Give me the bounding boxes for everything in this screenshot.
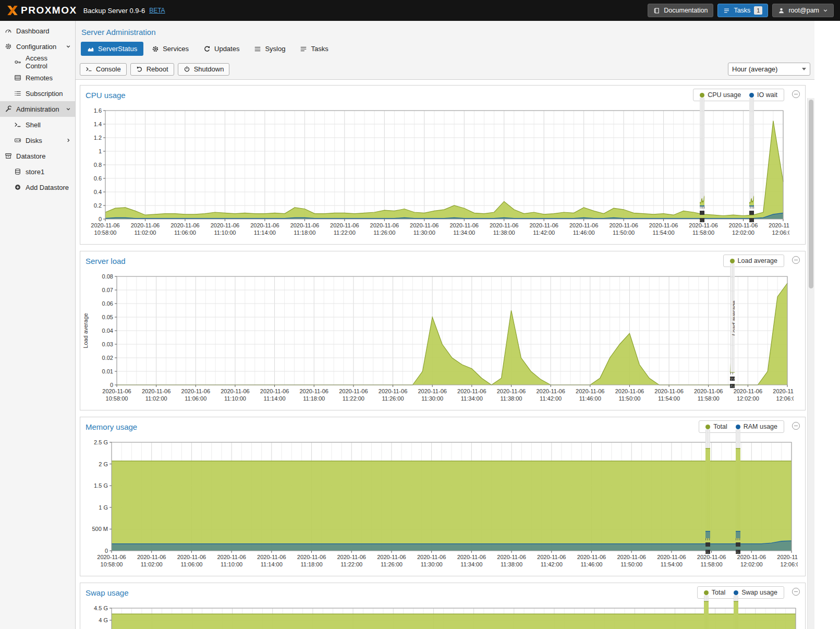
sidebar-item-subscription[interactable]: Subscription	[0, 86, 75, 101]
svg-text:2020-11-06: 2020-11-06	[297, 554, 326, 560]
legend-dot: 0500 M1 G1.5 G2 G2.5 G2020-11-0610:58:00…	[705, 425, 710, 429]
sidebar-item-access-control[interactable]: Access Control	[0, 54, 75, 70]
svg-text:2020-11-06: 2020-11-06	[211, 222, 239, 228]
user-menu-button[interactable]: root@pam	[772, 4, 834, 17]
svg-text:2020-11-06: 2020-11-06	[257, 554, 286, 560]
memory-usage-chart: 0500 M1 G1.5 G2 G2.5 G2020-11-0610:58:00…	[80, 436, 805, 576]
tab-bar: ServerStatus Services Updates	[76, 41, 814, 59]
tasks-count-badge: 1	[754, 6, 762, 15]
wrench-icon	[5, 105, 12, 113]
sidebar-item-store1[interactable]: store1	[0, 164, 75, 179]
scrollbar-thumb[interactable]	[809, 100, 813, 288]
collapse-arrow-icon[interactable]	[66, 106, 71, 112]
reboot-button[interactable]: Reboot	[130, 63, 174, 76]
legend-label: RAM usage	[744, 423, 777, 430]
svg-text:2020-11-06: 2020-11-06	[290, 222, 319, 228]
svg-text:2020-11-06: 2020-11-06	[537, 554, 566, 560]
documentation-label: Documentation	[664, 7, 708, 14]
collapse-panel-icon[interactable]	[792, 422, 800, 430]
svg-text:11:34:00: 11:34:00	[460, 561, 482, 567]
svg-text:2020-11-06: 2020-11-06	[705, 541, 710, 548]
svg-text:2020-11-06: 2020-11-06	[97, 554, 126, 560]
list-icon	[254, 45, 261, 53]
swap-usage-chart: 0500 M1 G1.5 G2 G2.5 G3 G3.5 G4 G4.5 G20…	[80, 602, 805, 629]
panel-title: Swap usage	[86, 588, 129, 597]
svg-text:2020-11-06: 2020-11-06	[529, 222, 558, 228]
sidebar-item-label: Disks	[26, 137, 42, 144]
tab-label: Tasks	[311, 45, 328, 53]
svg-text:11:06:00: 11:06:00	[185, 395, 206, 402]
tab-updates[interactable]: Updates	[197, 42, 246, 56]
sidebar-item-dashboard[interactable]: Dashboard	[0, 23, 75, 39]
gears-icon	[5, 43, 12, 50]
sidebar-item-label: Access Control	[26, 54, 70, 70]
svg-text:11:46:00: 11:46:00	[573, 229, 595, 236]
svg-text:11:42:00: 11:42:00	[541, 561, 563, 567]
svg-text:2020-11-06: 2020-11-06	[260, 388, 289, 394]
svg-text:2020-11-06: 2020-11-06	[417, 554, 446, 560]
collapse-arrow-icon[interactable]	[66, 44, 71, 49]
svg-text:2020-11-06: 2020-11-06	[450, 222, 479, 228]
legend-label: Total	[713, 423, 727, 430]
svg-text:2020-11-06: 2020-11-06	[736, 541, 740, 548]
tab-label: Syslog	[265, 45, 285, 53]
tab-tasks[interactable]: Tasks	[294, 42, 334, 56]
legend-label: Load average	[738, 257, 777, 264]
svg-text:11:42:00: 11:42:00	[533, 229, 555, 236]
charts-area: CPU usage 00.20.40.60.811.21.41.62020-11…	[76, 80, 814, 629]
documentation-button[interactable]: Documentation	[648, 4, 713, 17]
svg-text:2020-11-06: 2020-11-06	[410, 222, 439, 228]
svg-text:11:02:00: 11:02:00	[141, 561, 163, 567]
svg-text:11:22:00: 11:22:00	[340, 561, 362, 567]
expand-right-icon[interactable]	[66, 138, 71, 143]
legend-dot: 0500 M1 G1.5 G2 G2.5 G2020-11-0610:58:00…	[736, 425, 740, 429]
svg-text:2020-11-06: 2020-11-06	[694, 388, 723, 394]
svg-text:1.5 G: 1.5 G	[94, 482, 108, 489]
server-load-panel: Server load 00.010.020.030.040.050.060.0…	[80, 251, 806, 410]
range-select-value: Hour (average)	[732, 65, 777, 73]
svg-text:11:46:00: 11:46:00	[580, 561, 602, 567]
svg-text:11:54:00: 11:54:00	[658, 395, 680, 402]
svg-text:11:58:00: 11:58:00	[698, 395, 720, 402]
svg-text:11:58:00: 11:58:00	[692, 229, 714, 236]
sidebar-item-remotes[interactable]: Remotes	[0, 70, 75, 86]
book-icon	[653, 7, 660, 14]
tab-serverstatus[interactable]: ServerStatus	[81, 42, 143, 56]
console-button[interactable]: Console	[80, 63, 127, 76]
collapse-panel-icon[interactable]	[792, 588, 800, 596]
beta-link[interactable]: BETA	[149, 7, 165, 14]
tab-services[interactable]: Services	[145, 42, 195, 56]
svg-text:2020-11-06: 2020-11-06	[609, 222, 638, 228]
svg-text:11:38:00: 11:38:00	[500, 395, 522, 402]
collapse-panel-icon[interactable]	[792, 90, 800, 98]
database-icon	[14, 168, 21, 175]
svg-text:2020-11-06: 2020-11-06	[217, 554, 246, 560]
collapse-panel-icon[interactable]	[792, 256, 800, 264]
svg-text:0.02: 0.02	[102, 355, 113, 361]
sidebar-item-add-datastore[interactable]: Add Datastore	[0, 179, 75, 195]
sidebar-item-disks[interactable]: Disks	[0, 132, 75, 148]
sidebar-item-administration[interactable]: Administration	[0, 101, 75, 117]
panel-title: Memory usage	[86, 422, 137, 431]
chevron-down-icon	[823, 8, 828, 13]
svg-text:2.5 G: 2.5 G	[94, 439, 108, 445]
vertical-scrollbar[interactable]	[807, 98, 814, 629]
svg-text:10:58:00: 10:58:00	[101, 561, 123, 567]
shutdown-button[interactable]: Shutdown	[178, 63, 230, 76]
sidebar-item-configuration[interactable]: Configuration	[0, 39, 75, 54]
tasks-button[interactable]: Tasks 1	[717, 4, 768, 17]
tab-label: Services	[163, 45, 189, 53]
sidebar-item-label: Datastore	[16, 152, 45, 160]
sidebar-item-shell[interactable]: Shell	[0, 117, 75, 132]
user-icon	[778, 7, 785, 14]
proxmox-x-icon	[6, 4, 19, 17]
swap-usage-panel: Swap usage 0500 M1 G1.5 G2 G2.5 G3 G3.5 …	[80, 583, 806, 629]
range-select[interactable]: Hour (average)	[728, 63, 810, 76]
tab-syslog[interactable]: Syslog	[248, 42, 291, 56]
status-toolbar: Console Reboot Shutdown Hour (average)	[76, 59, 814, 80]
sidebar-item-datastore[interactable]: Datastore	[0, 148, 75, 164]
svg-text:2020-11-06: 2020-11-06	[221, 388, 249, 394]
power-icon	[184, 66, 190, 72]
terminal-icon	[86, 66, 92, 72]
svg-text:0.01: 0.01	[102, 368, 113, 374]
